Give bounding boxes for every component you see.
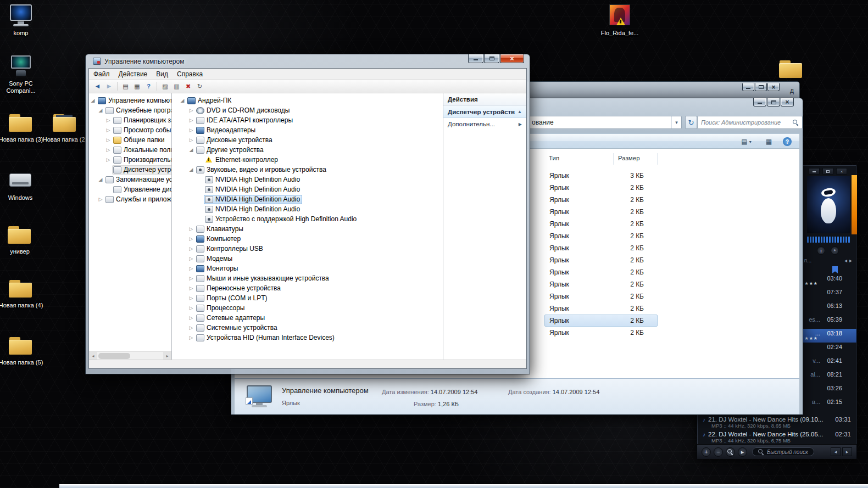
tree-item[interactable]: ◢ Управление компьютером	[89, 96, 171, 105]
column-header-size[interactable]: Размер	[614, 153, 658, 165]
tree-item[interactable]: ▷ Производительность	[89, 155, 171, 165]
track-item[interactable]: ♪ 21. DJ Woxtel - New Dance Hits (09.10.…	[697, 415, 856, 430]
desktop-icon-univer[interactable]: универ	[0, 222, 43, 255]
device-tree-item[interactable]: NVIDIA High Definition Audio	[179, 204, 443, 214]
desktop-icon-partial-folder[interactable]	[768, 56, 814, 82]
desktop-icon-folder-5[interactable]: Новая папка (5)	[0, 333, 44, 366]
device-tree-item[interactable]: ▷ Порты (COM и LPT)	[179, 293, 443, 303]
file-row[interactable]: Ярлык 2 КБ	[544, 230, 658, 242]
add-button[interactable]: +	[702, 447, 711, 457]
file-row[interactable]: Ярлык 2 КБ	[544, 218, 658, 230]
expander-icon[interactable]: ▷	[187, 266, 195, 271]
expander-icon[interactable]: ▷	[187, 236, 195, 242]
remove-button[interactable]: −	[714, 447, 723, 457]
tree-item[interactable]: ▷ Просмотр событий	[89, 125, 171, 135]
file-row[interactable]: Ярлык 2 КБ	[544, 266, 658, 278]
help-button[interactable]: ?	[783, 137, 792, 146]
device-tree-item[interactable]: NVIDIA High Definition Audio	[179, 184, 443, 194]
expander-icon[interactable]: ▷	[187, 315, 195, 321]
desktop-icon-windows-drive[interactable]: Windows	[0, 168, 43, 201]
expander-icon[interactable]: ▷	[104, 147, 112, 153]
desktop-icon-komp[interactable]: komp	[0, 3, 44, 37]
info-button[interactable]: i	[817, 246, 825, 255]
column-header-type[interactable]: Тип	[544, 153, 614, 165]
device-tree-item[interactable]: ▷ DVD и CD-ROM дисководы	[179, 105, 443, 115]
expander-icon[interactable]: ▷	[187, 335, 195, 340]
expander-icon[interactable]: ▷	[187, 137, 195, 143]
player-maximize-button[interactable]	[822, 168, 833, 175]
device-tree-item[interactable]: Устройство с поддержкой High Definition …	[179, 214, 443, 224]
expander-icon[interactable]: ▷	[104, 157, 112, 162]
maximize-button[interactable]	[767, 98, 780, 106]
expander-icon[interactable]: ▷	[104, 117, 112, 123]
desktop-icon-flo-rida[interactable]: Flo_Rida_fe...	[597, 3, 643, 37]
maximize-button[interactable]	[755, 83, 767, 91]
device-tree-item[interactable]: ▷ Перенос­ные устройства	[179, 283, 443, 293]
console-tree-button[interactable]: ▨	[160, 81, 170, 92]
tree-item[interactable]: Диспетчер устройств	[89, 165, 171, 175]
scroll-left-icon[interactable]: ◂	[89, 352, 97, 360]
device-tree-item[interactable]: ▷ Клавиатуры	[179, 224, 443, 234]
close-button[interactable]: ×	[781, 98, 794, 106]
expander-icon[interactable]: ▷	[187, 117, 195, 123]
prev-tab-icon[interactable]: ◂	[844, 257, 847, 263]
expander-icon[interactable]: ▷	[187, 285, 195, 291]
jump-button[interactable]: ▸	[738, 447, 747, 457]
refresh-button[interactable]: ↻	[685, 116, 697, 129]
close-button[interactable]: ×	[500, 54, 524, 63]
minimize-button[interactable]	[742, 83, 754, 91]
track-item[interactable]: ♪ 22. DJ Woxtel - New Dance Hits (25.05.…	[697, 430, 856, 445]
minimize-button[interactable]	[468, 54, 483, 63]
file-row[interactable]: Ярлык 2 КБ	[544, 290, 658, 302]
file-row[interactable]: Ярлык 2 КБ	[544, 315, 658, 327]
export-button[interactable]: ▥	[171, 81, 182, 92]
device-tree-item[interactable]: Ethernet-контроллер	[179, 155, 443, 165]
search-input[interactable]	[701, 119, 793, 126]
scroll-right-button[interactable]: ▸	[842, 447, 852, 456]
collapse-icon[interactable]: ▲	[518, 109, 522, 114]
desktop-icon-folder-2[interactable]: Новая папка (2)	[42, 110, 88, 143]
file-row[interactable]: Ярлык 2 КБ	[544, 182, 658, 194]
tree-item[interactable]: ▷ Локальные пользователи и группы	[89, 145, 171, 155]
menu-file[interactable]: Файл	[89, 69, 114, 79]
file-row[interactable]: Ярлык 2 КБ	[544, 242, 658, 254]
device-tree-item[interactable]: ▷ Компьютер	[179, 234, 443, 244]
device-tree-item[interactable]: ▷ Дисковые устройства	[179, 135, 443, 145]
expander-icon[interactable]: ▷	[187, 276, 195, 281]
taskbar-edge[interactable]	[59, 484, 868, 488]
tree-item[interactable]: ◢ Служебные программы	[89, 105, 171, 115]
player-close-button[interactable]: ×	[836, 168, 847, 175]
expander-icon[interactable]: ◢	[89, 98, 97, 103]
device-tree-item[interactable]: NVIDIA High Definition Audio	[179, 194, 443, 204]
device-tree-item[interactable]: ▷ Сетевые адаптеры	[179, 313, 443, 323]
address-dropdown-icon[interactable]: ▾	[671, 116, 681, 128]
bookmark-flag-icon[interactable]	[832, 266, 838, 273]
device-tree-item[interactable]: ▷ IDE ATA/ATAPI контроллеры	[179, 115, 443, 125]
next-tab-icon[interactable]: ▸	[849, 257, 852, 263]
tree-item[interactable]: ◢ Запоминающие устройства	[89, 175, 171, 184]
rating-stars[interactable]: ★★★	[804, 336, 818, 341]
tree-item[interactable]: ▷ Службы и приложения	[89, 194, 171, 204]
disable-device-button[interactable]: ✖	[183, 81, 193, 92]
file-row[interactable]: Ярлык 2 КБ	[544, 278, 658, 290]
options-button[interactable]: *	[831, 246, 839, 255]
expander-icon[interactable]: ▷	[187, 256, 195, 261]
menu-help[interactable]: Справка	[173, 69, 207, 79]
expander-icon[interactable]: ▷	[104, 127, 112, 133]
document-button[interactable]: ▤	[120, 81, 131, 92]
device-tree-item[interactable]: ▷ Устройства HID (Human Interface Device…	[179, 333, 443, 343]
expander-icon[interactable]: ▷	[187, 127, 195, 133]
desktop-icon-folder-4[interactable]: Новая папка (4)	[0, 276, 44, 309]
device-tree-item[interactable]: ◢ Звуковые, видео и игровые устройства	[179, 165, 443, 175]
device-tree-item[interactable]: ◢ Другие устройства	[179, 145, 443, 155]
player-minimize-button[interactable]	[809, 168, 820, 175]
file-row[interactable]: Ярлык 2 КБ	[544, 327, 658, 339]
preview-pane-button[interactable]: ▦	[763, 136, 775, 147]
back-button[interactable]: ◄	[92, 81, 103, 92]
file-row[interactable]: Ярлык 3 КБ	[544, 170, 658, 182]
search-box[interactable]	[697, 116, 803, 129]
views-button[interactable]: ▤ ▾	[738, 136, 754, 147]
expander-icon[interactable]: ▷	[187, 305, 195, 311]
device-tree-item[interactable]: ◢ Андрей-ПК	[179, 96, 443, 105]
expander-icon[interactable]: ▷	[187, 246, 195, 251]
